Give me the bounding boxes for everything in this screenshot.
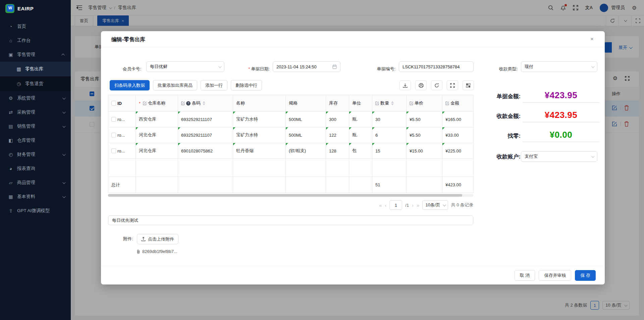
edit-icon: [410, 102, 413, 105]
bill-amount-row: 单据金额: ¥423.95: [488, 90, 599, 103]
download-icon[interactable]: [399, 80, 411, 90]
pay-type-label: 收款类型:: [490, 64, 518, 74]
sidebar-item-retail[interactable]: ▣ 零售管理: [0, 48, 71, 62]
account-select[interactable]: 支付宝: [521, 151, 597, 162]
save-button[interactable]: 保 存: [575, 270, 596, 281]
sidebar-item-purchase[interactable]: ⇄ 采购管理: [0, 105, 71, 119]
attachment-label: 附件:: [123, 236, 133, 242]
edit-retail-outbound-modal: 编辑-零售出库 × 会员卡号: 每日优鲜 *单据日期: 2023-11-04 1…: [101, 31, 605, 284]
paperclip-icon: [137, 249, 140, 254]
empty-row: [108, 159, 474, 177]
brand-logo: W EAIRP: [0, 0, 71, 17]
sidebar-item-system[interactable]: ⚙ 系统管理: [0, 91, 71, 105]
row-checkbox[interactable]: [111, 148, 116, 153]
edit-icon: [375, 102, 379, 105]
add-row-button[interactable]: 添加一行: [201, 80, 227, 90]
pie-chart-icon: ◕: [8, 166, 13, 171]
history-icon: ◴: [8, 152, 13, 157]
sidebar-item-warehouse[interactable]: ◧ 仓库管理: [0, 133, 71, 147]
chevron-down-icon: [218, 65, 222, 68]
bag-icon: ▱: [8, 180, 13, 185]
sidebar-item-retail-outbound[interactable]: ▥ 零售出库: [0, 62, 71, 76]
item-row[interactable]: ro... 河北仓库 6932529211107 宝矿力水特 500ML 122…: [108, 127, 474, 143]
save-and-audit-button[interactable]: 保存并审核: [539, 270, 571, 281]
bill-no-input[interactable]: LSCK1170175713328758784: [399, 61, 474, 72]
edit-icon: [445, 102, 449, 105]
brand-logo-icon: W: [5, 4, 14, 13]
sidebar-item-sales[interactable]: ▤ 销售管理: [0, 119, 71, 133]
sidebar-item-report[interactable]: ◕ 报表查询: [0, 162, 71, 176]
batch-add-products-button[interactable]: 批量添加出库商品: [153, 80, 197, 90]
help-icon: [186, 101, 191, 106]
items-table: ID *仓库名称 条码 名称 规格 库存 单位 数量 单价 金额 ro... 西…: [108, 95, 473, 193]
sidebar-item-product[interactable]: ▱ 商品管理: [0, 176, 71, 190]
delete-selected-rows-button[interactable]: 删除选中行: [231, 80, 262, 90]
close-modal-icon[interactable]: ×: [588, 35, 596, 43]
first-page-icon[interactable]: «: [379, 202, 382, 208]
modal-title: 编辑-零售出库: [111, 36, 145, 43]
member-card-select[interactable]: 每日优鲜: [146, 61, 224, 72]
folder-icon: ▣: [8, 52, 13, 57]
next-page-icon[interactable]: ›: [412, 202, 414, 208]
sidebar-item-basedata[interactable]: ▦ 基本资料: [0, 190, 71, 204]
dashboard-icon: ◔: [8, 24, 13, 29]
total-amount: ¥423.00: [442, 177, 474, 193]
grid-icon: ▦: [8, 194, 13, 199]
cancel-button[interactable]: 取 消: [515, 270, 535, 281]
last-page-icon[interactable]: »: [417, 202, 419, 208]
chevron-down-icon: [62, 195, 66, 198]
item-row[interactable]: ro... 西安仓库 6932529211107 宝矿力水特 500ML 300…: [108, 112, 474, 127]
page-size-select[interactable]: 10条/页: [422, 200, 448, 210]
chevron-down-icon: [62, 96, 66, 100]
horizontal-scrollbar[interactable]: [108, 194, 473, 197]
bill-no-label: 单据编号:: [365, 64, 395, 74]
page-input[interactable]: 1: [389, 200, 402, 210]
select-all-checkbox[interactable]: [111, 101, 116, 106]
record-count: 共 0 条记录: [451, 202, 473, 208]
received-amount-value[interactable]: ¥423.95: [523, 110, 599, 122]
pay-type-select[interactable]: 现付: [521, 61, 597, 72]
sidebar-item-retail-return[interactable]: ◷ 零售退货: [0, 76, 71, 91]
modal-footer: 取 消 保存并审核 保 存: [101, 266, 605, 284]
sidebar: W EAIRP ◔ 首页 ⌂ 工作台 ▣ 零售管理 ▥ 零售出库 ◷ 零售退货: [0, 0, 71, 320]
gift-icon: ▥: [16, 66, 21, 72]
chevron-down-icon: [591, 154, 595, 158]
item-row[interactable]: ro... 河北仓库 6901028075862 牡丹香烟 (软/粗支) 128…: [108, 143, 474, 159]
home-icon: ⌂: [8, 38, 13, 43]
sort-icon[interactable]: [391, 101, 394, 105]
sidebar-item-finance[interactable]: ◴ 财务管理: [0, 147, 71, 162]
member-card-label: 会员卡号:: [108, 64, 141, 74]
total-qty: 51: [372, 177, 407, 193]
refresh-icon[interactable]: [431, 80, 442, 90]
row-checkbox[interactable]: [111, 117, 116, 122]
attachment-file-link[interactable]: 8269db1f9ef8b7...: [137, 249, 177, 254]
sidebar-item-workbench[interactable]: ⌂ 工作台: [0, 34, 71, 48]
row-checkbox[interactable]: [111, 133, 116, 137]
swap-icon: ⇄: [8, 110, 13, 115]
bill-amount-value: ¥423.95: [523, 90, 599, 103]
scan-barcode-button[interactable]: 扫条码录入数据: [110, 80, 150, 90]
remark-input[interactable]: 每日优先测试: [108, 215, 473, 225]
table-fullscreen-icon[interactable]: [447, 80, 458, 90]
gear-icon: ⚙: [8, 95, 13, 101]
sidebar-item-gpt[interactable]: ⇪ GPT AI微调模型: [0, 204, 71, 218]
edit-icon: [181, 102, 185, 105]
change-amount-value: ¥0.00: [523, 130, 599, 142]
upload-attachment-button[interactable]: 点击上传附件: [137, 234, 178, 244]
chevron-down-icon: [62, 110, 66, 114]
layout-icon: ▤: [8, 124, 13, 129]
total-row: 总计 51 ¥423.00: [108, 177, 474, 193]
chevron-down-icon: [62, 124, 66, 128]
change-amount-row: 找零: ¥0.00: [488, 130, 599, 142]
sidebar-item-home[interactable]: ◔ 首页: [0, 19, 71, 34]
prev-page-icon[interactable]: ‹: [385, 202, 386, 208]
sort-icon[interactable]: [203, 101, 205, 105]
brand-name: EAIRP: [17, 6, 34, 11]
bill-date-input[interactable]: 2023-11-04 15:24:50: [273, 61, 340, 72]
chevron-down-icon: [442, 203, 446, 206]
print-icon[interactable]: [415, 80, 427, 90]
chevron-down-icon: [62, 181, 66, 184]
page-count: /1: [405, 203, 409, 208]
bank-icon: ◧: [8, 138, 13, 143]
column-settings-icon[interactable]: [463, 80, 474, 90]
